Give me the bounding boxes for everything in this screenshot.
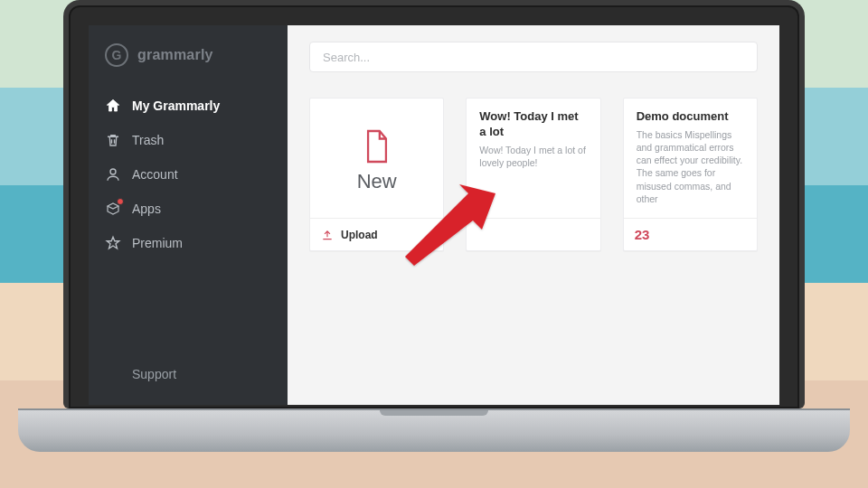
sidebar-item-label: Apps <box>132 202 161 216</box>
star-icon <box>105 235 121 251</box>
upload-icon <box>321 229 334 241</box>
new-label: New <box>357 170 397 193</box>
document-snippet: Wow! Today I met a lot of lovely people! <box>479 144 587 169</box>
laptop-bezel: G grammarly My Grammarly Trash <box>63 0 805 408</box>
document-footer <box>467 218 599 250</box>
document-title: Wow! Today I met a lot <box>479 109 587 140</box>
document-snippet: The basics Mispellings and grammatical e… <box>637 128 744 205</box>
svg-point-0 <box>110 169 116 174</box>
document-card[interactable]: Demo document The basics Mispellings and… <box>623 98 758 251</box>
notification-badge <box>117 198 124 205</box>
sidebar-item-label: Trash <box>132 133 164 147</box>
apps-icon <box>105 201 121 217</box>
sidebar-item-label: My Grammarly <box>132 99 220 113</box>
sidebar-item-support[interactable]: Support <box>89 353 288 394</box>
document-footer: 23 <box>624 218 757 250</box>
document-card[interactable]: Wow! Today I met a lot Wow! Today I met … <box>466 98 600 251</box>
laptop-notch <box>380 410 488 416</box>
home-icon <box>105 98 121 114</box>
new-document-card[interactable]: New Upload <box>309 98 444 251</box>
grammarly-logo-icon: G <box>105 43 128 67</box>
sidebar-item-trash[interactable]: Trash <box>89 123 288 157</box>
trash-icon <box>105 132 121 148</box>
search-input[interactable] <box>309 42 758 72</box>
brand-name: grammarly <box>137 47 213 63</box>
new-document-icon <box>362 128 392 164</box>
main-area: New Upload <box>288 25 779 405</box>
sidebar: G grammarly My Grammarly Trash <box>89 25 288 405</box>
upload-label: Upload <box>341 229 378 241</box>
sidebar-item-premium[interactable]: Premium <box>89 226 288 260</box>
sidebar-item-label: Account <box>132 167 178 182</box>
brand: G grammarly <box>89 43 288 89</box>
support-label: Support <box>132 367 176 381</box>
document-cards: New Upload <box>309 98 758 251</box>
help-icon <box>105 364 121 383</box>
sidebar-item-apps[interactable]: Apps <box>89 192 288 226</box>
issues-count: 23 <box>635 227 650 242</box>
account-icon <box>105 166 121 183</box>
sidebar-item-my-grammarly[interactable]: My Grammarly <box>89 89 288 123</box>
svg-point-1 <box>107 366 119 379</box>
sidebar-item-account[interactable]: Account <box>89 157 288 192</box>
sidebar-nav: My Grammarly Trash Account <box>89 89 288 260</box>
upload-button[interactable]: Upload <box>310 218 443 250</box>
new-card-body: New <box>310 99 443 218</box>
laptop-frame: G grammarly My Grammarly Trash <box>63 0 805 452</box>
document-title: Demo document <box>637 109 744 125</box>
app-window: G grammarly My Grammarly Trash <box>89 25 779 405</box>
sidebar-item-label: Premium <box>132 236 183 250</box>
